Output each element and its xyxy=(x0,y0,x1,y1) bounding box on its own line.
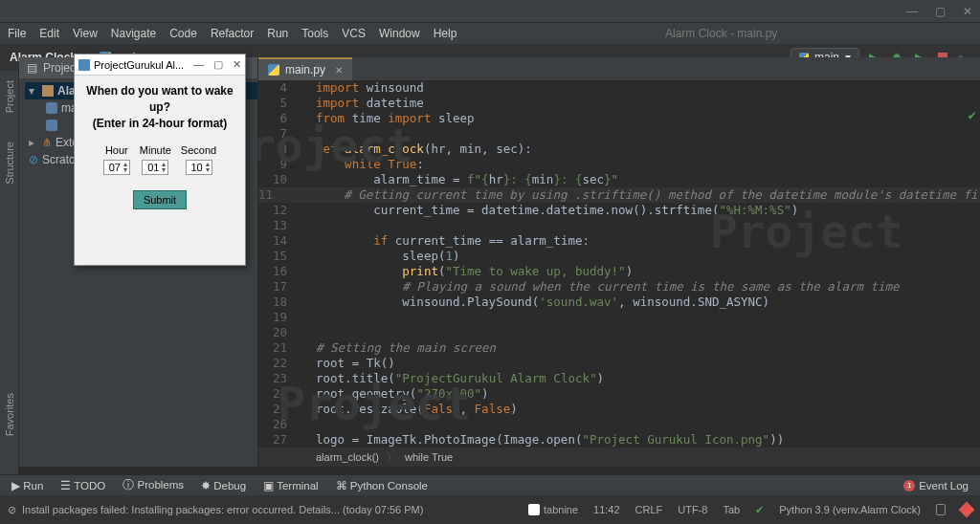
menu-refactor[interactable]: Refactor xyxy=(211,27,254,40)
tool-debug[interactable]: ✸ Debug xyxy=(201,479,246,492)
tool-problems[interactable]: ⓘ Problems xyxy=(122,478,184,492)
code-line[interactable]: 27logo = ImageTk.PhotoImage(Image.open("… xyxy=(258,432,980,448)
tabnine-widget[interactable]: tabnine xyxy=(528,504,578,515)
dialog-prompt: When do you want to wake up? (Enter in 2… xyxy=(82,83,237,131)
minimize-icon[interactable]: — xyxy=(906,5,918,18)
tool-todo[interactable]: ☰ TODO xyxy=(60,479,105,492)
label-minute: Minute xyxy=(140,144,171,156)
menu-window[interactable]: Window xyxy=(379,27,420,40)
code-line[interactable]: 5import datetime xyxy=(258,96,980,111)
editor-breadcrumb: alarm_clock() 〉 while True xyxy=(258,448,980,467)
caret-position[interactable]: 11:42 xyxy=(593,504,620,515)
tool-python-console[interactable]: ⌘ Python Console xyxy=(336,479,428,492)
menu-edit[interactable]: Edit xyxy=(39,27,59,40)
code-line[interactable]: 20 xyxy=(258,325,980,340)
label-second: Second xyxy=(181,144,216,156)
bottom-tool-tabs: ▶ Run☰ TODOⓘ Problems✸ Debug▣ Terminal⌘ … xyxy=(0,474,980,495)
left-tool-gutter: Project Structure Favorites xyxy=(0,71,19,493)
hour-spinbox[interactable]: ▴▾ xyxy=(103,160,130,175)
inspection-icon[interactable]: ✔ xyxy=(755,504,764,516)
maximize-icon[interactable]: ▢ xyxy=(935,5,946,18)
code-line[interactable]: 6from time import sleep xyxy=(258,111,980,126)
editor-tab[interactable]: main.py ✕ xyxy=(258,57,352,80)
status-message[interactable]: Install packages failed: Installing pack… xyxy=(22,504,528,515)
code-line[interactable]: 25root.resizable(False, False) xyxy=(258,402,980,417)
code-line[interactable]: 17 # Playing a sound when the current ti… xyxy=(258,279,980,295)
tool-run[interactable]: ▶ Run xyxy=(11,479,43,492)
tool-terminal[interactable]: ▣ Terminal xyxy=(263,479,318,492)
code-area[interactable]: ✔ Project Project Project 4import winsou… xyxy=(258,80,980,448)
second-spinbox[interactable]: ▴▾ xyxy=(186,160,212,175)
menu-bar: FileEditViewNavigateCodeRefactorRunTools… xyxy=(0,23,980,44)
code-line[interactable]: 24root.geometry("270x300") xyxy=(258,386,980,402)
menu-navigate[interactable]: Navigate xyxy=(111,27,156,40)
git-icon[interactable] xyxy=(959,502,975,518)
menu-view[interactable]: View xyxy=(73,27,98,40)
code-line[interactable]: 23root.title("ProjectGurukul Alarm Clock… xyxy=(258,371,980,386)
code-line[interactable]: 18 winsound.PlaySound('sound.wav', winso… xyxy=(258,295,980,310)
inspection-ok-icon[interactable]: ✔ xyxy=(969,107,976,122)
line-separator[interactable]: CRLF xyxy=(635,504,663,515)
code-line[interactable]: 9 while True: xyxy=(258,157,980,172)
code-line[interactable]: 13 xyxy=(258,218,980,233)
menu-run[interactable]: Run xyxy=(267,27,288,40)
app-icon xyxy=(78,59,90,71)
minute-spinbox[interactable]: ▴▾ xyxy=(142,160,168,175)
interpreter[interactable]: Python 3.9 (venv.Alarm Clock) xyxy=(779,504,921,515)
menu-help[interactable]: Help xyxy=(434,27,457,40)
code-line[interactable]: 10 alarm_time = f"{hr}: {min}: {sec}" xyxy=(258,172,980,187)
alarm-dialog: ProjectGurukul Al... — ▢ ✕ When do you w… xyxy=(74,54,246,266)
menu-file[interactable]: File xyxy=(8,27,26,40)
indent[interactable]: Tab xyxy=(724,504,741,515)
status-bar: ⊘ Install packages failed: Installing pa… xyxy=(0,495,980,524)
os-titlebar: — ▢ ✕ xyxy=(0,0,980,23)
code-line[interactable]: 14 if current_time == alarm_time: xyxy=(258,233,980,249)
code-line[interactable]: 22root = Tk() xyxy=(258,356,980,371)
tool-structure[interactable]: Structure xyxy=(4,142,15,185)
dialog-maximize-icon[interactable]: ▢ xyxy=(213,58,223,71)
submit-button[interactable]: Submit xyxy=(133,190,187,209)
close-tab-icon[interactable]: ✕ xyxy=(335,65,343,76)
window-title: Alarm Clock - main.py xyxy=(470,27,972,40)
menu-tools[interactable]: Tools xyxy=(301,27,328,40)
code-line[interactable]: 15 sleep(1) xyxy=(258,249,980,264)
close-icon[interactable]: ✕ xyxy=(963,5,972,18)
code-line[interactable]: 7 xyxy=(258,126,980,142)
lock-icon[interactable] xyxy=(936,504,946,515)
code-line[interactable]: 11 # Getting current time by using .stri… xyxy=(258,187,980,203)
tool-favorites[interactable]: Favorites xyxy=(4,393,15,436)
event-log-button[interactable]: 1Event Log xyxy=(903,480,969,491)
code-line[interactable]: 21# Setting the main screen xyxy=(258,340,980,356)
dialog-titlebar[interactable]: ProjectGurukul Al... — ▢ ✕ xyxy=(75,55,245,76)
code-line[interactable]: 4import winsound xyxy=(258,80,980,96)
python-icon xyxy=(268,64,279,76)
encoding[interactable]: UTF-8 xyxy=(678,504,707,515)
code-line[interactable]: 16 print("Time to wake up, buddy!") xyxy=(258,264,980,279)
menu-vcs[interactable]: VCS xyxy=(342,27,366,40)
code-line[interactable]: 26 xyxy=(258,417,980,432)
dialog-minimize-icon[interactable]: — xyxy=(193,58,204,71)
code-line[interactable]: 19 xyxy=(258,310,980,325)
code-line[interactable]: 8def alarm_clock(hr, min, sec): xyxy=(258,142,980,157)
tool-project[interactable]: Project xyxy=(4,80,15,113)
label-hour: Hour xyxy=(105,144,128,156)
code-line[interactable]: 12 current_time = datetime.datetime.now(… xyxy=(258,203,980,218)
editor: main.py ✕ ✔ Project Project Project 4imp… xyxy=(258,57,980,467)
dialog-close-icon[interactable]: ✕ xyxy=(233,58,241,71)
menu-code[interactable]: Code xyxy=(169,27,197,40)
